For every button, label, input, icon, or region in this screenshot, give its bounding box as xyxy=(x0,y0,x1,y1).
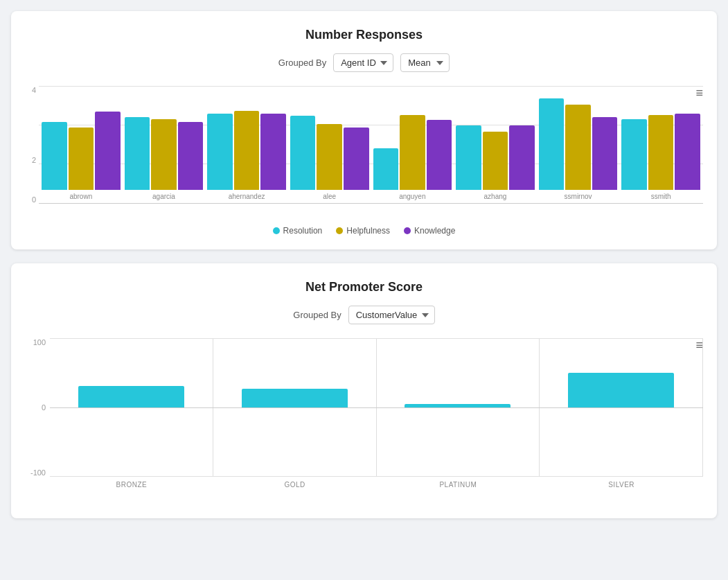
chart2-controls: Grouped By CustomerValue Region Tier xyxy=(25,306,703,324)
legend-item: Resolution xyxy=(273,226,323,236)
chart1-grouped-by-label: Grouped By xyxy=(278,58,326,68)
bar xyxy=(373,148,399,190)
nps-x-label: PLATINUM xyxy=(377,481,540,489)
chart1-title: Number Responses xyxy=(25,28,703,42)
chart1-group-select[interactable]: Agent ID Team Skill xyxy=(333,53,393,72)
x-axis-label: ssmith xyxy=(621,193,700,204)
chart2-group-select[interactable]: CustomerValue Region Tier xyxy=(348,306,435,324)
agent-bar-group xyxy=(373,115,452,190)
chart2-y-bottom: -100 xyxy=(25,468,46,477)
bar xyxy=(42,122,67,190)
bar xyxy=(178,122,204,190)
bar xyxy=(400,115,425,190)
bar xyxy=(509,125,535,190)
bar xyxy=(207,114,233,190)
nps-bar xyxy=(242,389,348,407)
chart2-container: ≡ 100 0 -100 xyxy=(25,338,703,504)
nps-x-label: SILVER xyxy=(540,481,703,489)
bar xyxy=(290,116,316,190)
chart1-y-max: 4 xyxy=(25,86,36,94)
number-responses-card: Number Responses Grouped By Agent ID Tea… xyxy=(11,11,717,249)
x-axis-label: agarcia xyxy=(125,193,204,204)
nps-group xyxy=(540,338,703,477)
agent-bar-group xyxy=(125,117,204,190)
x-axis-label: azhang xyxy=(456,193,535,204)
nps-group xyxy=(50,338,213,477)
bar xyxy=(344,128,369,190)
nps-x-label: GOLD xyxy=(213,481,377,489)
agent-bar-group xyxy=(539,98,618,190)
agent-bar-group xyxy=(456,125,535,190)
chart1-y-mid2: 2 xyxy=(25,156,36,164)
x-axis-label: anguyen xyxy=(373,193,452,204)
legend-item: Helpfulness xyxy=(336,226,390,236)
bar xyxy=(621,119,647,190)
bar xyxy=(317,124,342,190)
legend-dot xyxy=(336,227,343,234)
nps-x-label: BRONZE xyxy=(50,481,213,489)
legend-label: Resolution xyxy=(283,226,323,236)
bar xyxy=(675,114,700,190)
agent-bar-group xyxy=(621,114,700,190)
chart2-grouped-by-label: Grouped By xyxy=(293,310,341,320)
bar xyxy=(565,105,591,190)
chart2-title: Net Promoter Score xyxy=(25,280,703,295)
nps-bar xyxy=(78,386,184,407)
bar xyxy=(234,111,260,190)
x-axis-label: abrown xyxy=(42,193,121,204)
chart1-legend: Resolution Helpfulness Knowledge xyxy=(25,226,703,236)
legend-label: Knowledge xyxy=(414,226,455,236)
bar xyxy=(95,112,121,190)
agent-bar-group xyxy=(42,112,121,190)
x-axis-label: ssmirnov xyxy=(539,193,618,204)
bar xyxy=(456,125,481,190)
bar xyxy=(125,117,150,190)
agent-bar-group xyxy=(290,116,369,190)
legend-label: Helpfulness xyxy=(346,226,390,236)
bar xyxy=(151,119,177,190)
bar xyxy=(648,115,674,190)
nps-group xyxy=(377,338,540,477)
bar xyxy=(592,117,618,190)
bar xyxy=(483,132,508,190)
legend-item: Knowledge xyxy=(404,226,455,236)
agent-bar-group xyxy=(207,111,286,190)
legend-dot xyxy=(273,227,280,234)
bar xyxy=(260,114,286,190)
nps-bar xyxy=(568,373,674,407)
x-axis-label: ahernandez xyxy=(207,193,286,204)
bar xyxy=(539,98,565,190)
nps-card: Net Promoter Score Grouped By CustomerVa… xyxy=(11,263,717,518)
bar xyxy=(427,120,452,190)
chart1-agg-select[interactable]: Mean Sum Count Max Min xyxy=(400,53,450,72)
nps-group xyxy=(213,338,377,477)
legend-dot xyxy=(404,227,411,234)
chart2-y-top: 100 xyxy=(25,338,46,346)
x-axis-label: alee xyxy=(290,193,369,204)
chart1-y-zero: 0 xyxy=(25,195,36,204)
chart1-controls: Grouped By Agent ID Team Skill Mean Sum … xyxy=(25,53,703,72)
chart1-container: ≡ 4 2 0 xyxy=(25,86,703,236)
bar xyxy=(69,128,94,190)
nps-bar xyxy=(405,404,511,407)
chart2-y-mid: 0 xyxy=(25,403,46,412)
